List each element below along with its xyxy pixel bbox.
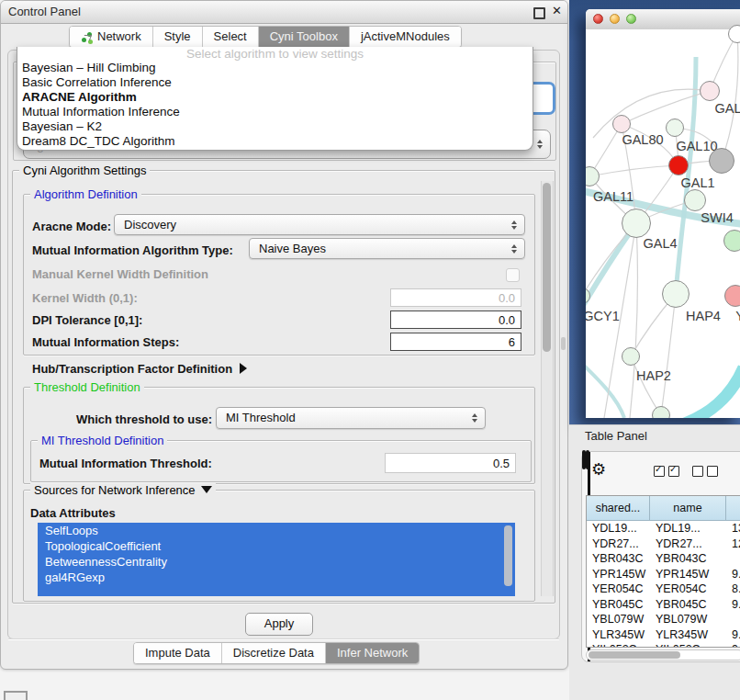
table-cell: 8. <box>726 581 740 597</box>
table-cell: YDR27... <box>587 536 650 552</box>
node[interactable] <box>728 25 740 43</box>
table-row[interactable]: YBR045CYBR045C9. <box>587 597 740 613</box>
attribute-item-gal4rgexp[interactable]: gal4RGexp <box>38 570 515 585</box>
select-all-checkboxes-icon[interactable] <box>668 466 679 477</box>
minimize-traffic-light-icon[interactable] <box>610 14 620 24</box>
node-gal4[interactable] <box>622 209 651 238</box>
table-cell: 9. <box>726 642 740 648</box>
manual-kernel-width-checkbox[interactable] <box>506 268 520 282</box>
control-panel-window: Control Panel ✕ NetworkStyleSelectCyni T… <box>0 0 568 670</box>
dpi-tolerance-field[interactable] <box>390 310 521 329</box>
table-cell: YLR345W <box>650 627 726 643</box>
data-attributes-list[interactable]: SelfLoopsTopologicalCoefficientBetweenne… <box>38 523 515 596</box>
node[interactable] <box>709 148 734 174</box>
table-horizontal-scrollbar[interactable] <box>586 649 740 660</box>
attribute-item-betweennesscentrality[interactable]: BetweennessCentrality <box>38 554 515 570</box>
dropdown-item-mutual-information-inference[interactable]: Mutual Information Inference <box>17 105 533 119</box>
close-traffic-light-icon[interactable] <box>593 14 603 24</box>
data-attributes-label: Data Attributes <box>30 506 116 520</box>
table-row[interactable]: YBR043CYBR043C <box>587 551 740 567</box>
zoom-traffic-light-icon[interactable] <box>626 14 636 24</box>
table-cell: 13 <box>726 521 740 536</box>
tab-cyni-toolbox[interactable]: Cyni Toolbox <box>258 27 349 47</box>
table-cell: YLR345W <box>587 627 650 643</box>
aracne-mode-combobox[interactable]: Discovery <box>114 214 525 235</box>
close-icon[interactable]: ✕ <box>552 4 562 17</box>
node-swi4[interactable] <box>684 189 706 211</box>
attr-selection-fill <box>38 585 515 596</box>
apply-button[interactable]: Apply <box>245 613 313 636</box>
node-gal80[interactable] <box>612 115 631 133</box>
node-gal1[interactable] <box>668 155 689 175</box>
table-row[interactable]: YBL079WYBL079W <box>587 612 740 627</box>
tab-jactivemnodules[interactable]: jActiveMNodules <box>349 27 461 47</box>
attributes-list-scrollbar[interactable] <box>504 525 512 586</box>
node-gal10[interactable] <box>666 119 684 137</box>
dropdown-item-aracne-algorithm[interactable]: ARACNE Algorithm <box>17 90 533 105</box>
node-y[interactable] <box>724 285 740 307</box>
attribute-item-topologicalcoefficient[interactable]: TopologicalCoefficient <box>38 538 515 554</box>
dropdown-item-bayesian-hill-climbing[interactable]: Bayesian – Hill Climbing <box>17 61 533 75</box>
dropdown-item-dream8-dc-tdc-algorithm[interactable]: Dream8 DC_TDC Algorithm <box>17 134 533 149</box>
kernel-width-field[interactable] <box>390 288 521 307</box>
minimized-window-icon[interactable] <box>4 691 28 700</box>
table-row[interactable]: YDL19...YDL19...13 <box>587 521 740 536</box>
tab-network[interactable]: Network <box>70 27 152 47</box>
table-row[interactable]: YPR145WYPR145W9. <box>587 567 740 582</box>
top-tabs: NetworkStyleSelectCyni ToolboxjActiveMNo… <box>69 26 462 48</box>
node-hap2[interactable] <box>622 347 640 366</box>
mi-threshold-definition-title: MI Threshold Definition <box>38 434 167 447</box>
tab-discretize-data[interactable]: Discretize Data <box>221 643 325 663</box>
settings-scrollbar-thumb[interactable] <box>543 183 551 352</box>
triangle-down-icon[interactable] <box>201 486 212 493</box>
tab-infer-network[interactable]: Infer Network <box>325 643 419 663</box>
mi-threshold-field[interactable] <box>385 453 516 473</box>
node-label-hap4: HAP4 <box>686 309 721 323</box>
float-window-icon[interactable] <box>533 7 545 19</box>
column-header-shared[interactable]: shared... <box>587 496 650 520</box>
bottom-tabs: Impute DataDiscretize DataInfer Network <box>133 642 420 664</box>
mi-algorithm-type-value: Naive Bayes <box>259 242 326 255</box>
network-canvas[interactable]: GALGAL80GAL10GAL1GAL11SWI4GAL4GCY1HAP4YH… <box>586 29 740 418</box>
node-gal[interactable] <box>700 81 720 101</box>
sources-title[interactable]: Sources for Network Inference <box>30 483 216 497</box>
table-row[interactable]: YLR345WYLR345W9. <box>587 627 740 643</box>
node-hap4[interactable] <box>662 280 690 308</box>
deselect-all-checkboxes-icon[interactable] <box>692 466 703 477</box>
settings-vertical-scrollbar[interactable] <box>541 181 554 596</box>
tab-label: Network <box>97 27 141 47</box>
triangle-right-icon[interactable] <box>240 363 247 374</box>
node[interactable] <box>652 406 670 418</box>
mi-steps-field[interactable] <box>390 333 521 351</box>
gear-icon[interactable]: ⚙ <box>591 459 606 479</box>
cytoscape-desktop: GALGAL80GAL10GAL1GAL11SWI4GAL4GCY1HAP4YH… <box>569 0 740 424</box>
hub-section-label[interactable]: Hub/Transcription Factor Definition <box>32 362 247 376</box>
dropdown-item-basic-correlation-inference[interactable]: Basic Correlation Inference <box>17 75 533 90</box>
sources-title-text: Sources for Network Inference <box>34 483 196 497</box>
node[interactable] <box>723 230 740 252</box>
column-header-name[interactable]: name <box>650 496 726 520</box>
panel-splitter-handle[interactable] <box>561 337 566 350</box>
which-threshold-combobox[interactable]: MI Threshold <box>216 407 486 429</box>
attribute-item-selfloops[interactable]: SelfLoops <box>38 523 515 538</box>
table-row[interactable]: YDR27...YDR27...12 <box>587 536 740 552</box>
table-scrollbar-thumb[interactable] <box>589 651 680 659</box>
tab-impute-data[interactable]: Impute Data <box>134 643 221 663</box>
network-icon <box>81 31 93 43</box>
column-header-clipped[interactable] <box>726 496 740 520</box>
table-row[interactable]: YIL052CYIL052C9. <box>587 642 740 648</box>
deselect-all-checkboxes-icon[interactable] <box>707 466 718 477</box>
mi-steps-label: Mutual Information Steps: <box>32 335 179 349</box>
dropdown-placeholder: Select algorithm to view settings <box>17 47 533 61</box>
tab-style[interactable]: Style <box>152 27 202 47</box>
table-cell: 9. <box>726 567 740 582</box>
dpi-tolerance-label: DPI Tolerance [0,1]: <box>32 313 142 327</box>
select-all-checkboxes-icon[interactable] <box>654 466 665 477</box>
tab-select[interactable]: Select <box>202 27 258 47</box>
node-table[interactable]: shared...name YDL19...YDL19...13YDR27...… <box>586 495 740 648</box>
table-cell: YBL079W <box>587 612 650 627</box>
dropdown-item-bayesian-k2[interactable]: Bayesian – K2 <box>17 119 533 134</box>
mi-algorithm-type-combobox[interactable]: Naive Bayes <box>249 238 525 259</box>
table-cell: YPR145W <box>587 567 650 582</box>
table-row[interactable]: YER054CYER054C8. <box>587 581 740 597</box>
